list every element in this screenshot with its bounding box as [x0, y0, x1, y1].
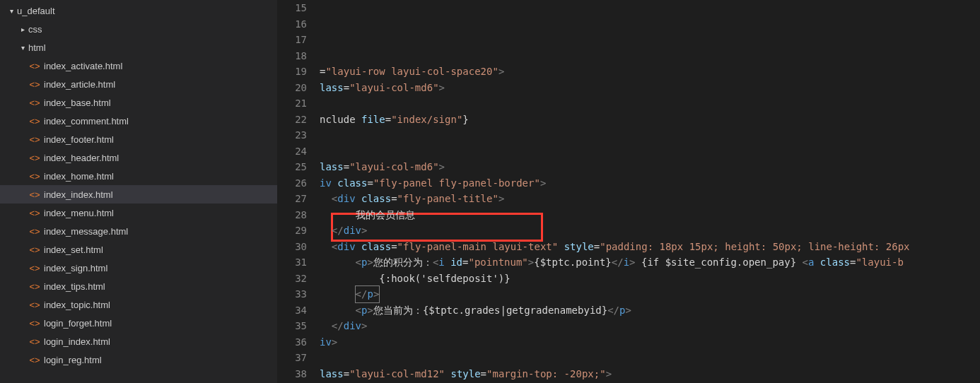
file-label: index_activate.html	[44, 61, 122, 71]
file-index_topic-html[interactable]: <>index_topic.html	[0, 295, 277, 314]
code-line-31[interactable]: <p>您当前为：{$tptc.grades|getgradenamebyid}<…	[320, 302, 980, 319]
file-label: index_header.html	[44, 153, 119, 163]
html-file-icon: <>	[28, 300, 41, 310]
code-line-23[interactable]: iv class="fly-panel fly-panel-border">	[320, 175, 980, 192]
code-line-33[interactable]: iv>	[320, 334, 980, 350]
file-index_header-html[interactable]: <>index_header.html	[0, 148, 277, 167]
selection-box: </p>	[356, 286, 380, 302]
code-line-30[interactable]: </p>	[320, 286, 980, 302]
chevron-down-icon: ▾	[6, 7, 17, 15]
code-line-18[interactable]	[320, 95, 980, 112]
html-file-icon: <>	[28, 355, 41, 365]
file-label: index_footer.html	[44, 134, 114, 145]
file-index_base-html[interactable]: <>index_base.html	[0, 93, 277, 112]
code-line-28[interactable]: <p>您的积分为：<i id="pointnum">{$tptc.point}<…	[320, 254, 980, 271]
file-index_comment-html[interactable]: <>index_comment.html	[0, 112, 277, 130]
file-label: index_home.html	[44, 171, 114, 182]
file-label: index_index.html	[44, 189, 113, 200]
folder-css[interactable]: ▸css	[0, 20, 277, 38]
code-line-34[interactable]	[320, 350, 980, 366]
html-file-icon: <>	[28, 134, 41, 145]
html-file-icon: <>	[28, 116, 41, 126]
html-file-icon: <>	[28, 263, 41, 273]
file-label: index_sign.html	[44, 263, 107, 273]
file-label: index_menu.html	[44, 208, 114, 218]
html-file-icon: <>	[28, 98, 41, 108]
file-label: index_base.html	[44, 98, 111, 108]
file-label: index_set.html	[44, 244, 103, 255]
html-file-icon: <>	[28, 61, 41, 71]
code-line-24[interactable]: <div class="fly-panel-title">	[320, 191, 980, 207]
file-label: index_comment.html	[44, 116, 129, 126]
chevron-down-icon: ▾	[17, 44, 28, 52]
code-line-17[interactable]: lass="layui-col-md6">	[320, 80, 980, 96]
code-line-26[interactable]: </div>	[320, 223, 980, 239]
file-label: index_tips.html	[44, 281, 105, 292]
code-line-35[interactable]: lass="layui-col-md12" style="margin-top:…	[320, 366, 980, 382]
file-login_index-html[interactable]: <>login_index.html	[0, 332, 277, 350]
html-file-icon: <>	[28, 318, 41, 329]
code-line-27[interactable]: <div class="fly-panel-main layui-text" s…	[320, 239, 980, 255]
line-number-gutter: 1516171819202122232425262728293031323334…	[277, 0, 320, 383]
code-line-22[interactable]: lass="layui-col-md6">	[320, 159, 980, 175]
file-index_article-html[interactable]: <>index_article.html	[0, 75, 277, 93]
html-file-icon: <>	[28, 189, 41, 200]
code-line-25[interactable]: 我的会员信息	[320, 207, 980, 223]
file-label: login_forget.html	[44, 318, 112, 329]
chevron-right-icon: ▸	[17, 25, 28, 33]
file-index_sign-html[interactable]: <>index_sign.html	[0, 259, 277, 277]
file-index_message-html[interactable]: <>index_message.html	[0, 222, 277, 240]
file-index_footer-html[interactable]: <>index_footer.html	[0, 130, 277, 148]
folder-label: css	[28, 24, 42, 35]
html-file-icon: <>	[28, 171, 41, 182]
file-index_activate-html[interactable]: <>index_activate.html	[0, 57, 277, 75]
code-line-19[interactable]: nclude file="index/sign"}	[320, 112, 980, 128]
code-editor[interactable]: 1516171819202122232425262728293031323334…	[277, 0, 980, 383]
file-label: index_topic.html	[44, 300, 110, 310]
folder-html[interactable]: ▾html	[0, 38, 277, 57]
file-index_home-html[interactable]: <>index_home.html	[0, 167, 277, 185]
html-file-icon: <>	[28, 153, 41, 163]
folder-root[interactable]: ▾ u_default	[0, 1, 277, 20]
file-label: login_index.html	[44, 336, 110, 347]
code-line-15[interactable]	[320, 48, 980, 64]
file-label: index_message.html	[44, 226, 128, 237]
code-line-32[interactable]: </div>	[320, 318, 980, 334]
code-area[interactable]: ="layui-row layui-col-space20">lass="lay…	[320, 0, 980, 383]
code-line-21[interactable]	[320, 143, 980, 160]
file-index_tips-html[interactable]: <>index_tips.html	[0, 277, 277, 295]
file-index_set-html[interactable]: <>index_set.html	[0, 240, 277, 259]
file-label: login_reg.html	[44, 355, 102, 365]
folder-label: u_default	[17, 6, 55, 16]
code-line-29[interactable]: {:hook('selfdeposit')}	[320, 271, 980, 287]
html-file-icon: <>	[28, 226, 41, 237]
folder-label: html	[28, 42, 46, 53]
file-label: index_article.html	[44, 79, 115, 90]
file-index_index-html[interactable]: <>index_index.html	[0, 185, 277, 204]
html-file-icon: <>	[28, 281, 41, 292]
html-file-icon: <>	[28, 244, 41, 255]
html-file-icon: <>	[28, 336, 41, 347]
html-file-icon: <>	[28, 208, 41, 218]
file-login_forget-html[interactable]: <>login_forget.html	[0, 314, 277, 332]
code-line-20[interactable]	[320, 127, 980, 143]
file-explorer[interactable]: ▾ u_default ▸css▾html<>index_activate.ht…	[0, 0, 277, 383]
code-line-16[interactable]: ="layui-row layui-col-space20">	[320, 64, 980, 80]
file-index_menu-html[interactable]: <>index_menu.html	[0, 204, 277, 222]
html-file-icon: <>	[28, 79, 41, 90]
file-login_reg-html[interactable]: <>login_reg.html	[0, 350, 277, 369]
